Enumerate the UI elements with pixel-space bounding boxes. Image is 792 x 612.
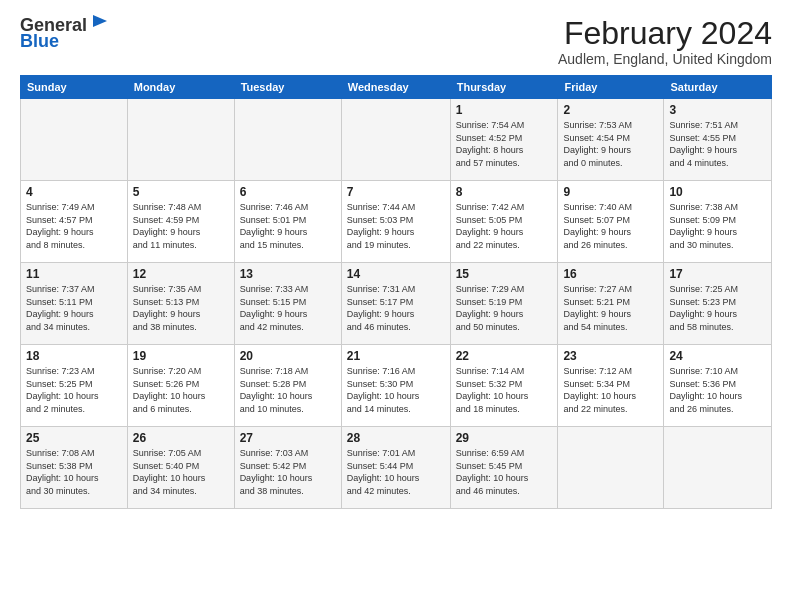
day-number: 16 <box>563 267 658 281</box>
table-row: 19Sunrise: 7:20 AM Sunset: 5:26 PM Dayli… <box>127 345 234 427</box>
day-info: Sunrise: 7:46 AM Sunset: 5:01 PM Dayligh… <box>240 201 336 251</box>
month-title: February 2024 <box>558 16 772 51</box>
header-area: General Blue February 2024 Audlem, Engla… <box>20 16 772 67</box>
table-row: 2Sunrise: 7:53 AM Sunset: 4:54 PM Daylig… <box>558 99 664 181</box>
day-number: 12 <box>133 267 229 281</box>
day-info: Sunrise: 7:44 AM Sunset: 5:03 PM Dayligh… <box>347 201 445 251</box>
day-number: 27 <box>240 431 336 445</box>
col-sunday: Sunday <box>21 76 128 99</box>
day-info: Sunrise: 7:42 AM Sunset: 5:05 PM Dayligh… <box>456 201 553 251</box>
table-row: 16Sunrise: 7:27 AM Sunset: 5:21 PM Dayli… <box>558 263 664 345</box>
day-info: Sunrise: 7:35 AM Sunset: 5:13 PM Dayligh… <box>133 283 229 333</box>
table-row: 9Sunrise: 7:40 AM Sunset: 5:07 PM Daylig… <box>558 181 664 263</box>
day-info: Sunrise: 7:31 AM Sunset: 5:17 PM Dayligh… <box>347 283 445 333</box>
table-row: 10Sunrise: 7:38 AM Sunset: 5:09 PM Dayli… <box>664 181 772 263</box>
day-number: 21 <box>347 349 445 363</box>
day-info: Sunrise: 7:48 AM Sunset: 4:59 PM Dayligh… <box>133 201 229 251</box>
day-number: 14 <box>347 267 445 281</box>
logo-blue: Blue <box>20 32 59 52</box>
day-info: Sunrise: 7:03 AM Sunset: 5:42 PM Dayligh… <box>240 447 336 497</box>
day-info: Sunrise: 7:27 AM Sunset: 5:21 PM Dayligh… <box>563 283 658 333</box>
table-row: 18Sunrise: 7:23 AM Sunset: 5:25 PM Dayli… <box>21 345 128 427</box>
day-info: Sunrise: 7:33 AM Sunset: 5:15 PM Dayligh… <box>240 283 336 333</box>
day-number: 13 <box>240 267 336 281</box>
table-row: 25Sunrise: 7:08 AM Sunset: 5:38 PM Dayli… <box>21 427 128 509</box>
table-row: 15Sunrise: 7:29 AM Sunset: 5:19 PM Dayli… <box>450 263 558 345</box>
logo: General Blue <box>20 16 111 52</box>
day-number: 28 <box>347 431 445 445</box>
table-row <box>341 99 450 181</box>
day-info: Sunrise: 7:14 AM Sunset: 5:32 PM Dayligh… <box>456 365 553 415</box>
table-row: 22Sunrise: 7:14 AM Sunset: 5:32 PM Dayli… <box>450 345 558 427</box>
day-info: Sunrise: 7:40 AM Sunset: 5:07 PM Dayligh… <box>563 201 658 251</box>
day-info: Sunrise: 7:12 AM Sunset: 5:34 PM Dayligh… <box>563 365 658 415</box>
day-number: 6 <box>240 185 336 199</box>
day-info: Sunrise: 7:20 AM Sunset: 5:26 PM Dayligh… <box>133 365 229 415</box>
day-number: 15 <box>456 267 553 281</box>
table-row: 23Sunrise: 7:12 AM Sunset: 5:34 PM Dayli… <box>558 345 664 427</box>
day-number: 20 <box>240 349 336 363</box>
calendar-week-row: 25Sunrise: 7:08 AM Sunset: 5:38 PM Dayli… <box>21 427 772 509</box>
calendar-week-row: 1Sunrise: 7:54 AM Sunset: 4:52 PM Daylig… <box>21 99 772 181</box>
day-number: 24 <box>669 349 766 363</box>
table-row: 13Sunrise: 7:33 AM Sunset: 5:15 PM Dayli… <box>234 263 341 345</box>
day-number: 29 <box>456 431 553 445</box>
day-info: Sunrise: 7:38 AM Sunset: 5:09 PM Dayligh… <box>669 201 766 251</box>
table-row: 24Sunrise: 7:10 AM Sunset: 5:36 PM Dayli… <box>664 345 772 427</box>
day-info: Sunrise: 7:16 AM Sunset: 5:30 PM Dayligh… <box>347 365 445 415</box>
table-row: 29Sunrise: 6:59 AM Sunset: 5:45 PM Dayli… <box>450 427 558 509</box>
day-info: Sunrise: 7:37 AM Sunset: 5:11 PM Dayligh… <box>26 283 122 333</box>
calendar-week-row: 4Sunrise: 7:49 AM Sunset: 4:57 PM Daylig… <box>21 181 772 263</box>
day-info: Sunrise: 7:10 AM Sunset: 5:36 PM Dayligh… <box>669 365 766 415</box>
table-row: 14Sunrise: 7:31 AM Sunset: 5:17 PM Dayli… <box>341 263 450 345</box>
table-row: 21Sunrise: 7:16 AM Sunset: 5:30 PM Dayli… <box>341 345 450 427</box>
day-number: 2 <box>563 103 658 117</box>
table-row: 7Sunrise: 7:44 AM Sunset: 5:03 PM Daylig… <box>341 181 450 263</box>
day-number: 10 <box>669 185 766 199</box>
day-number: 11 <box>26 267 122 281</box>
day-info: Sunrise: 7:25 AM Sunset: 5:23 PM Dayligh… <box>669 283 766 333</box>
day-number: 9 <box>563 185 658 199</box>
day-number: 22 <box>456 349 553 363</box>
table-row: 3Sunrise: 7:51 AM Sunset: 4:55 PM Daylig… <box>664 99 772 181</box>
table-row: 12Sunrise: 7:35 AM Sunset: 5:13 PM Dayli… <box>127 263 234 345</box>
calendar-week-row: 11Sunrise: 7:37 AM Sunset: 5:11 PM Dayli… <box>21 263 772 345</box>
col-monday: Monday <box>127 76 234 99</box>
day-number: 17 <box>669 267 766 281</box>
calendar-header-row: Sunday Monday Tuesday Wednesday Thursday… <box>21 76 772 99</box>
title-area: February 2024 Audlem, England, United Ki… <box>558 16 772 67</box>
day-info: Sunrise: 7:08 AM Sunset: 5:38 PM Dayligh… <box>26 447 122 497</box>
day-info: Sunrise: 7:05 AM Sunset: 5:40 PM Dayligh… <box>133 447 229 497</box>
day-number: 8 <box>456 185 553 199</box>
day-info: Sunrise: 7:01 AM Sunset: 5:44 PM Dayligh… <box>347 447 445 497</box>
location: Audlem, England, United Kingdom <box>558 51 772 67</box>
table-row: 26Sunrise: 7:05 AM Sunset: 5:40 PM Dayli… <box>127 427 234 509</box>
calendar-week-row: 18Sunrise: 7:23 AM Sunset: 5:25 PM Dayli… <box>21 345 772 427</box>
table-row <box>664 427 772 509</box>
day-info: Sunrise: 7:23 AM Sunset: 5:25 PM Dayligh… <box>26 365 122 415</box>
day-info: Sunrise: 7:54 AM Sunset: 4:52 PM Dayligh… <box>456 119 553 169</box>
table-row: 6Sunrise: 7:46 AM Sunset: 5:01 PM Daylig… <box>234 181 341 263</box>
day-number: 3 <box>669 103 766 117</box>
day-info: Sunrise: 7:29 AM Sunset: 5:19 PM Dayligh… <box>456 283 553 333</box>
day-info: Sunrise: 6:59 AM Sunset: 5:45 PM Dayligh… <box>456 447 553 497</box>
logo-flag-icon <box>89 13 111 35</box>
table-row: 17Sunrise: 7:25 AM Sunset: 5:23 PM Dayli… <box>664 263 772 345</box>
day-number: 1 <box>456 103 553 117</box>
day-number: 19 <box>133 349 229 363</box>
day-number: 5 <box>133 185 229 199</box>
calendar-table: Sunday Monday Tuesday Wednesday Thursday… <box>20 75 772 509</box>
day-number: 4 <box>26 185 122 199</box>
day-info: Sunrise: 7:18 AM Sunset: 5:28 PM Dayligh… <box>240 365 336 415</box>
day-number: 7 <box>347 185 445 199</box>
col-wednesday: Wednesday <box>341 76 450 99</box>
page: General Blue February 2024 Audlem, Engla… <box>0 0 792 519</box>
day-info: Sunrise: 7:51 AM Sunset: 4:55 PM Dayligh… <box>669 119 766 169</box>
day-info: Sunrise: 7:53 AM Sunset: 4:54 PM Dayligh… <box>563 119 658 169</box>
svg-marker-0 <box>93 15 107 27</box>
table-row: 4Sunrise: 7:49 AM Sunset: 4:57 PM Daylig… <box>21 181 128 263</box>
table-row: 27Sunrise: 7:03 AM Sunset: 5:42 PM Dayli… <box>234 427 341 509</box>
table-row: 1Sunrise: 7:54 AM Sunset: 4:52 PM Daylig… <box>450 99 558 181</box>
col-friday: Friday <box>558 76 664 99</box>
day-number: 23 <box>563 349 658 363</box>
